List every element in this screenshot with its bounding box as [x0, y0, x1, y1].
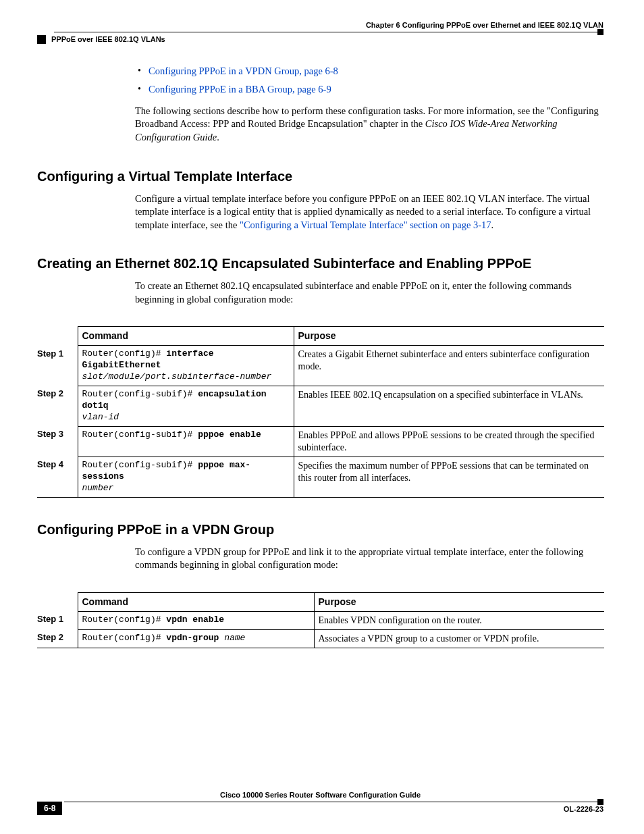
bullet-bba-link-item: Configuring PPPoE in a BBA Group, page 6…: [135, 83, 603, 97]
table-row: Step 2 Router(config-subif)# encapsulati…: [37, 386, 604, 426]
vt-paragraph: Configure a virtual template interface b…: [135, 192, 603, 232]
header-chapter-text: Chapter 6 Configuring PPPoE over Etherne…: [366, 20, 603, 30]
purpose-cell: Enables VPDN configuration on the router…: [314, 611, 604, 629]
table1-header-command: Command: [78, 327, 294, 346]
page-number-badge: 6-8: [37, 802, 62, 815]
vpdn-block: To configure a VPDN group for PPPoE and …: [135, 546, 603, 572]
link-bba-group[interactable]: Configuring PPPoE in a BBA Group, page 6…: [149, 84, 331, 95]
intro-block: Configuring PPPoE in a VPDN Group, page …: [135, 65, 603, 145]
table-row: Step 1 Router(config)# vpdn enable Enabl…: [37, 611, 604, 629]
command-cell: Router(config-subif)# pppoe enable: [78, 426, 294, 457]
header-section-text: PPPoE over IEEE 802.1Q VLANs: [51, 34, 165, 45]
command-cell: Router(config)# vpdn enable: [78, 611, 314, 629]
purpose-cell: Enables PPPoE and allows PPPoE sessions …: [294, 426, 604, 457]
command-cell: Router(config-subif)# pppoe max-sessions…: [78, 457, 294, 497]
header-square-icon: [37, 35, 46, 44]
intro-text-c: .: [217, 132, 219, 142]
table-row: Step 3 Router(config-subif)# pppoe enabl…: [37, 426, 604, 457]
purpose-cell: Creates a Gigabit Ethernet subinterface …: [294, 346, 604, 386]
step-label: Step 1: [37, 611, 78, 629]
purpose-cell: Associates a VPDN group to a customer or…: [314, 629, 604, 648]
intro-paragraph: The following sections describe how to p…: [135, 105, 603, 145]
table-subinterface-commands: Command Purpose Step 1 Router(config)# i…: [37, 326, 604, 497]
table2-header-blank: [37, 592, 78, 611]
link-vpdn-group[interactable]: Configuring PPPoE in a VPDN Group, page …: [149, 66, 338, 76]
heading-subinterface: Creating an Ethernet 802.1Q Encapsulated…: [37, 255, 603, 273]
header-rule: [54, 32, 603, 32]
footer-rule: [64, 802, 603, 802]
table-row: Step 2 Router(config)# vpdn-group name A…: [37, 629, 604, 648]
step-label: Step 4: [37, 457, 78, 497]
step-label: Step 1: [37, 346, 78, 386]
sub-paragraph: To create an Ethernet 802.1Q encapsulate…: [135, 280, 603, 306]
sub-block: To create an Ethernet 802.1Q encapsulate…: [135, 280, 603, 306]
table1-header-purpose: Purpose: [294, 327, 604, 346]
table-vpdn-commands: Command Purpose Step 1 Router(config)# v…: [37, 592, 604, 648]
table-row: Step 4 Router(config-subif)# pppoe max-s…: [37, 457, 604, 497]
purpose-cell: Specifies the maximum number of PPPoE se…: [294, 457, 604, 497]
step-label: Step 2: [37, 386, 78, 426]
footer-title: Cisco 10000 Series Router Software Confi…: [37, 790, 603, 800]
step-label: Step 3: [37, 426, 78, 457]
table1-header-blank: [37, 327, 78, 346]
table2-header-purpose: Purpose: [314, 592, 604, 611]
page-footer: Cisco 10000 Series Router Software Confi…: [37, 790, 603, 815]
intro-bullets: Configuring PPPoE in a VPDN Group, page …: [135, 65, 603, 97]
link-vt-section[interactable]: "Configuring a Virtual Template Interfac…: [240, 219, 491, 230]
doc-id: OL-2226-23: [564, 804, 603, 814]
command-cell: Router(config-subif)# encapsulation dot1…: [78, 386, 294, 426]
header-chapter: Chapter 6 Configuring PPPoE over Etherne…: [37, 20, 603, 30]
purpose-cell: Enables IEEE 802.1Q encapsulation on a s…: [294, 386, 604, 426]
command-cell: Router(config)# vpdn-group name: [78, 629, 314, 648]
table-row: Step 1 Router(config)# interface Gigabit…: [37, 346, 604, 386]
header-section: PPPoE over IEEE 802.1Q VLANs: [37, 34, 603, 45]
vt-text-c: .: [491, 219, 494, 230]
table2-header-command: Command: [78, 592, 314, 611]
vt-block: Configure a virtual template interface b…: [135, 192, 603, 232]
step-label: Step 2: [37, 629, 78, 648]
bullet-vpdn-link-item: Configuring PPPoE in a VPDN Group, page …: [135, 65, 603, 78]
heading-virtual-template: Configuring a Virtual Template Interface: [37, 167, 603, 186]
vpdn-paragraph: To configure a VPDN group for PPPoE and …: [135, 546, 603, 572]
heading-vpdn: Configuring PPPoE in a VPDN Group: [37, 521, 603, 539]
command-cell: Router(config)# interface GigabitEtherne…: [78, 346, 294, 386]
